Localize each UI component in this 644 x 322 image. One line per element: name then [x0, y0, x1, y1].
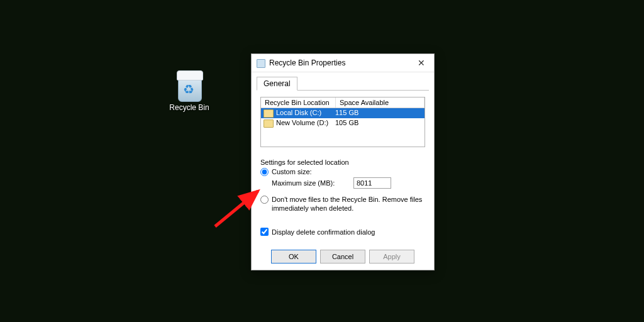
- checkbox-confirm-delete-label: Display delete confirmation dialog: [272, 228, 375, 236]
- recycle-bin-desktop-icon[interactable]: ♻ Recycle Bin: [167, 70, 212, 112]
- location-list[interactable]: Recycle Bin Location Space Available Loc…: [260, 97, 425, 147]
- close-icon[interactable]: ✕: [409, 54, 434, 72]
- max-size-label: Maximum size (MB):: [272, 179, 353, 187]
- window-title: Recycle Bin Properties: [269, 58, 409, 67]
- recycle-bin-properties-dialog: Recycle Bin Properties ✕ General Recycle…: [251, 53, 435, 270]
- radio-custom-size-label: Custom size:: [272, 167, 425, 176]
- titlebar[interactable]: Recycle Bin Properties ✕: [252, 54, 434, 72]
- tabstrip: General: [252, 72, 434, 90]
- location-name: New Volume (D:): [276, 119, 331, 128]
- location-row[interactable]: New Volume (D:) 105 GB: [261, 118, 425, 128]
- max-size-input[interactable]: [353, 177, 391, 189]
- radio-custom-size[interactable]: Custom size:: [260, 167, 425, 176]
- checkbox-confirm-delete[interactable]: Display delete confirmation dialog: [260, 228, 425, 236]
- ok-button[interactable]: OK: [271, 250, 316, 264]
- location-name: Local Disk (C:): [276, 109, 331, 118]
- location-row[interactable]: Local Disk (C:) 115 GB: [261, 108, 425, 118]
- radio-dont-move[interactable]: Don't move files to the Recycle Bin. Rem…: [260, 195, 425, 213]
- drive-icon: [264, 119, 274, 128]
- recycle-bin-icon: ♻: [174, 70, 204, 101]
- apply-button[interactable]: Apply: [369, 250, 414, 264]
- location-space: 105 GB: [331, 119, 425, 128]
- recycle-bin-label: Recycle Bin: [167, 103, 212, 112]
- dialog-button-row: OK Cancel Apply: [252, 245, 434, 270]
- radio-dont-move-label: Don't move files to the Recycle Bin. Rem…: [272, 195, 425, 213]
- checkbox-confirm-delete-input[interactable]: [260, 228, 269, 236]
- col-header-space[interactable]: Space Available: [336, 97, 425, 108]
- max-size-row: Maximum size (MB):: [272, 177, 425, 189]
- radio-dont-move-input[interactable]: [260, 196, 269, 204]
- tab-general[interactable]: General: [257, 77, 297, 91]
- drive-icon: [264, 109, 274, 118]
- location-space: 115 GB: [331, 109, 425, 118]
- location-list-header: Recycle Bin Location Space Available: [261, 97, 425, 108]
- col-header-location[interactable]: Recycle Bin Location: [261, 97, 336, 108]
- cancel-button[interactable]: Cancel: [320, 250, 365, 264]
- recycle-bin-small-icon: [255, 58, 265, 68]
- settings-heading: Settings for selected location: [260, 158, 425, 166]
- radio-custom-size-input[interactable]: [260, 168, 269, 176]
